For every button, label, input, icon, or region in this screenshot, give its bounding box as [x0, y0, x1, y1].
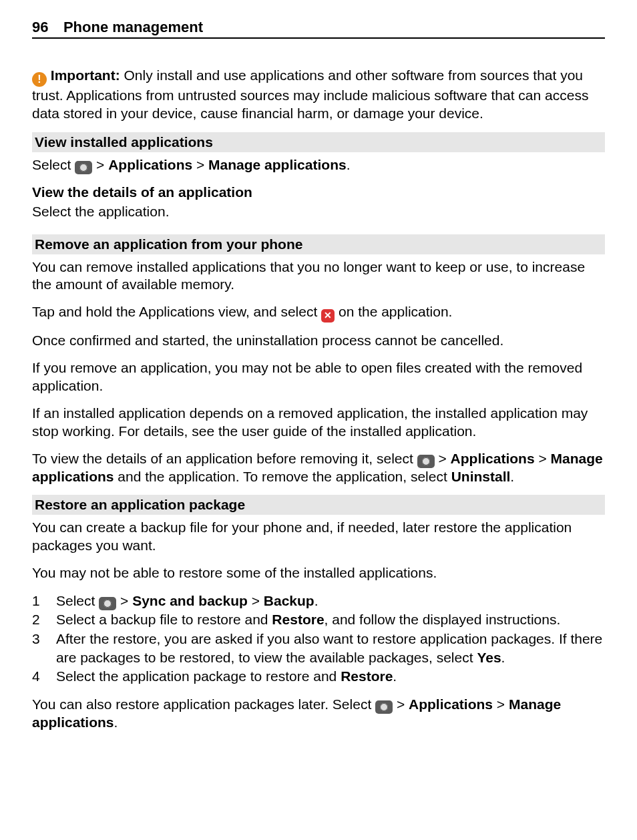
text: Select a backup file to restore and [56, 612, 272, 627]
uninstall-label: Uninstall [451, 469, 511, 484]
applications-label: Applications [108, 157, 192, 172]
text: . [510, 469, 514, 484]
settings-icon [75, 161, 92, 174]
text: > [248, 593, 264, 608]
restore-p3: You can also restore application package… [32, 696, 605, 732]
restore-label: Restore [341, 668, 393, 684]
step-number: 3 [32, 630, 56, 668]
text: > [192, 157, 208, 172]
text: . [393, 668, 397, 684]
applications-label: Applications [451, 451, 535, 466]
applications-label: Applications [409, 696, 493, 712]
step-text: Select the application package to restor… [56, 667, 605, 686]
step-4: 4 Select the application package to rest… [32, 667, 605, 686]
page-number: 96 [32, 19, 48, 36]
important-icon: ! [32, 72, 47, 87]
step-2: 2 Select a backup file to restore and Re… [32, 610, 605, 629]
text: You can also restore application package… [32, 696, 375, 712]
remove-p4: If you remove an application, you may no… [32, 359, 605, 395]
remove-p6: To view the details of an application be… [32, 450, 605, 486]
step-number: 4 [32, 667, 56, 686]
text: . [347, 157, 351, 172]
text: and the application. To remove the appli… [114, 469, 451, 484]
text: . [501, 650, 505, 665]
text: > [92, 157, 108, 172]
settings-icon [375, 700, 393, 714]
remove-p2: Tap and hold the Applications view, and … [32, 303, 605, 323]
restore-steps: 1 Select > Sync and backup > Backup. 2 S… [32, 592, 605, 686]
text: > [535, 451, 551, 466]
restore-p2: You may not be able to restore some of t… [32, 564, 605, 582]
text: After the restore, you are asked if you … [56, 631, 602, 665]
restore-p1: You can create a backup file for your ph… [32, 519, 605, 555]
settings-icon [99, 597, 116, 610]
important-label: Important: [51, 67, 120, 83]
close-icon: ✕ [321, 309, 335, 323]
page-header: 96 Phone management [32, 19, 605, 39]
step-number: 1 [32, 592, 56, 610]
step-text: Select a backup file to restore and Rest… [56, 610, 605, 629]
section-remove-app: Remove an application from your phone [32, 234, 605, 254]
sync-backup-label: Sync and backup [132, 593, 248, 608]
text: on the application. [335, 304, 452, 319]
text: , and follow the displayed instructions. [325, 612, 561, 627]
step-number: 2 [32, 610, 56, 629]
important-note: ! Important: Only install and use applic… [32, 67, 605, 123]
step-text: Select > Sync and backup > Backup. [56, 592, 605, 610]
step-1: 1 Select > Sync and backup > Backup. [32, 592, 605, 610]
view-details-text: Select the application. [32, 203, 605, 221]
text: > [435, 451, 451, 466]
section-view-installed: View installed applications [32, 132, 605, 152]
view-installed-instruction: Select > Applications > Manage applicati… [32, 156, 605, 174]
text: Select [56, 593, 99, 608]
section-restore-app: Restore an application package [32, 495, 605, 515]
page-title: Phone management [63, 19, 203, 35]
manage-applications-label: Manage applications [208, 157, 347, 172]
step-text: After the restore, you are asked if you … [56, 630, 605, 668]
remove-p5: If an installed application depends on a… [32, 405, 605, 441]
text: Select the application package to restor… [56, 668, 341, 684]
backup-label: Backup [264, 593, 314, 608]
settings-icon [417, 455, 435, 468]
text: > [393, 696, 409, 712]
text: > [493, 696, 509, 712]
remove-p3: Once confirmed and started, the uninstal… [32, 332, 605, 350]
text: > [116, 593, 132, 608]
page: 96 Phone management ! Important: Only in… [0, 0, 637, 781]
text: To view the details of an application be… [32, 451, 417, 466]
yes-label: Yes [477, 650, 501, 665]
view-details-heading: View the details of an application [32, 184, 605, 202]
remove-p1: You can remove installed applications th… [32, 258, 605, 294]
step-3: 3 After the restore, you are asked if yo… [32, 630, 605, 668]
text: Tap and hold the Applications view, and … [32, 304, 321, 319]
text: Select [32, 157, 75, 172]
text: . [314, 593, 318, 608]
text: . [114, 714, 118, 730]
restore-label: Restore [272, 612, 324, 627]
